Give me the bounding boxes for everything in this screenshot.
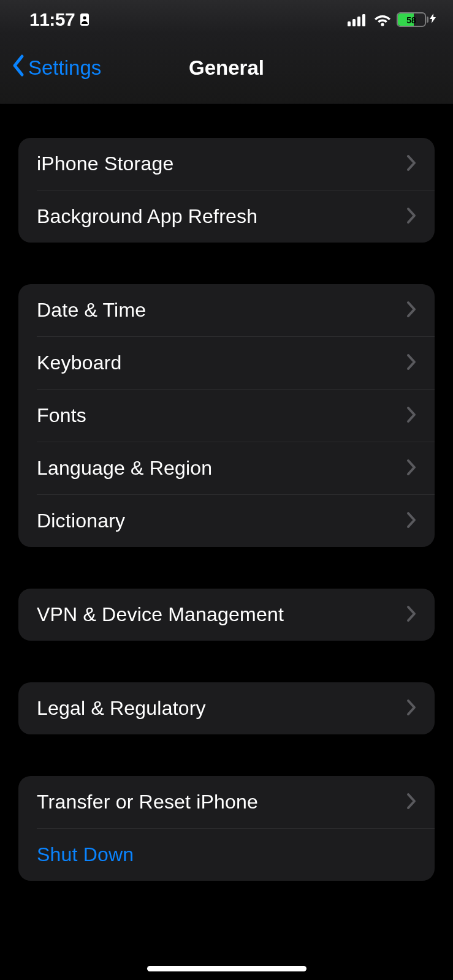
row-label: Transfer or Reset iPhone	[37, 791, 258, 813]
back-button[interactable]: Settings	[0, 54, 101, 82]
svg-rect-2	[348, 21, 351, 26]
svg-rect-3	[352, 19, 356, 26]
chevron-right-icon	[406, 301, 416, 320]
row-label: Keyboard	[37, 352, 122, 374]
chevron-right-icon	[406, 511, 416, 531]
chevron-right-icon	[406, 459, 416, 478]
back-label: Settings	[28, 56, 101, 80]
chevron-left-icon	[11, 54, 26, 82]
battery-percent: 58	[398, 15, 425, 25]
chevron-right-icon	[406, 793, 416, 812]
row-label: Fonts	[37, 404, 86, 427]
status-bar: 11:57 58	[0, 0, 453, 33]
chevron-right-icon	[406, 353, 416, 373]
settings-group: Legal & Regulatory	[18, 682, 435, 734]
settings-group: VPN & Device Management	[18, 589, 435, 641]
language-region-row[interactable]: Language & Region	[18, 442, 435, 494]
dictionary-row[interactable]: Dictionary	[18, 495, 435, 547]
svg-rect-4	[357, 17, 360, 26]
iphone-storage-row[interactable]: iPhone Storage	[18, 138, 435, 190]
chevron-right-icon	[406, 406, 416, 426]
chevron-right-icon	[406, 699, 416, 718]
wifi-icon	[373, 13, 392, 26]
fonts-row[interactable]: Fonts	[18, 390, 435, 442]
settings-group: Date & TimeKeyboardFontsLanguage & Regio…	[18, 284, 435, 547]
status-time: 11:57	[29, 9, 75, 30]
settings-group: Transfer or Reset iPhoneShut Down	[18, 776, 435, 881]
chevron-right-icon	[406, 605, 416, 625]
legal-regulatory-row[interactable]: Legal & Regulatory	[18, 682, 435, 734]
svg-point-1	[83, 16, 86, 19]
status-left: 11:57	[29, 9, 89, 30]
date-time-row[interactable]: Date & Time	[18, 284, 435, 336]
battery-icon: 58	[397, 12, 436, 27]
row-label: Language & Region	[37, 457, 212, 480]
row-label: iPhone Storage	[37, 153, 173, 175]
id-badge-icon	[80, 12, 89, 27]
svg-point-6	[381, 23, 384, 26]
content: iPhone StorageBackground App RefreshDate…	[0, 104, 453, 881]
row-label: Shut Down	[37, 843, 134, 866]
cellular-signal-icon	[348, 13, 368, 26]
row-label: Background App Refresh	[37, 205, 257, 228]
background-app-refresh-row[interactable]: Background App Refresh	[18, 190, 435, 243]
row-label: Date & Time	[37, 299, 146, 322]
row-label: VPN & Device Management	[37, 603, 284, 626]
row-label: Legal & Regulatory	[37, 697, 206, 720]
status-right: 58	[348, 12, 436, 27]
shut-down-row[interactable]: Shut Down	[18, 829, 435, 881]
svg-rect-5	[362, 14, 365, 26]
charging-bolt-icon	[430, 13, 436, 26]
chevron-right-icon	[406, 154, 416, 174]
nav-bar: Settings General	[0, 33, 453, 104]
keyboard-row[interactable]: Keyboard	[18, 337, 435, 389]
chevron-right-icon	[406, 207, 416, 227]
transfer-reset-row[interactable]: Transfer or Reset iPhone	[18, 776, 435, 828]
home-indicator[interactable]	[147, 966, 306, 971]
vpn-device-management-row[interactable]: VPN & Device Management	[18, 589, 435, 641]
row-label: Dictionary	[37, 510, 125, 532]
settings-group: iPhone StorageBackground App Refresh	[18, 138, 435, 243]
